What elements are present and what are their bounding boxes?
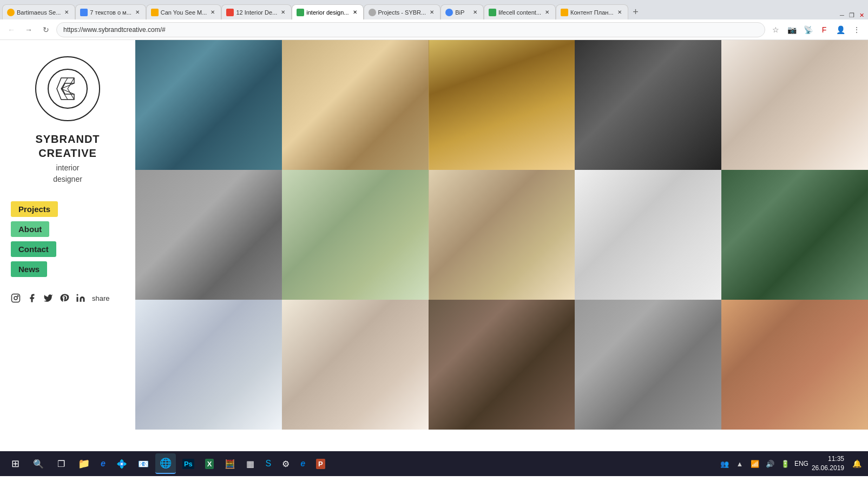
gallery-image-6 bbox=[135, 170, 282, 300]
wifi-icon[interactable]: 📶 bbox=[749, 458, 761, 470]
gallery-image-3 bbox=[429, 40, 575, 170]
gallery-item-10[interactable] bbox=[721, 170, 868, 300]
tab-close-6[interactable]: ✕ bbox=[428, 9, 436, 16]
volume-icon[interactable]: 🔊 bbox=[764, 458, 776, 470]
taskbar-ie[interactable]: e bbox=[96, 453, 110, 474]
svg-point-10 bbox=[17, 295, 18, 296]
tab-close-9[interactable]: ✕ bbox=[616, 9, 623, 16]
back-button[interactable]: ← bbox=[4, 23, 18, 37]
gallery-item-14[interactable] bbox=[575, 300, 721, 430]
taskbar-powerpoint[interactable]: P bbox=[312, 453, 330, 474]
tabs-bar: Bartimaeus Se... ✕ 7 текстов о м... ✕ Ca… bbox=[0, 0, 868, 19]
tab-canyousee[interactable]: Can You See M... ✕ bbox=[146, 4, 222, 19]
tab-kontentplan[interactable]: Контент План... ✕ bbox=[556, 4, 628, 19]
tab-close-3[interactable]: ✕ bbox=[209, 9, 216, 16]
restore-button[interactable]: ❐ bbox=[847, 11, 856, 19]
gallery-item-8[interactable] bbox=[429, 170, 575, 300]
battery-icon[interactable]: 🔋 bbox=[779, 458, 791, 470]
taskbar-outlook[interactable]: 📧 bbox=[134, 453, 153, 474]
taskbar-edge[interactable]: e bbox=[296, 453, 310, 474]
gallery-image-14 bbox=[575, 300, 721, 430]
share-text[interactable]: share bbox=[92, 294, 110, 302]
language-indicator[interactable]: ENG bbox=[794, 460, 808, 467]
address-bar: ← → ↻ ☆ 📷 📡 F 👤 ⋮ bbox=[0, 19, 868, 40]
instagram-icon[interactable] bbox=[11, 293, 21, 303]
tab-7texts[interactable]: 7 текстов о м... ✕ bbox=[75, 4, 146, 19]
gallery-item-13[interactable] bbox=[429, 300, 575, 430]
tab-lifecell[interactable]: lifecell content... ✕ bbox=[484, 4, 556, 19]
search-button[interactable]: 🔍 bbox=[28, 453, 49, 474]
pinterest-icon[interactable] bbox=[60, 293, 69, 303]
clock[interactable]: 11:35 26.06.2019 bbox=[812, 454, 844, 473]
tab-bip[interactable]: BiP ✕ bbox=[440, 4, 484, 19]
notification-button[interactable]: 🔔 bbox=[850, 457, 864, 471]
gallery bbox=[135, 40, 868, 451]
gallery-item-9[interactable] bbox=[575, 170, 721, 300]
tab-projects[interactable]: Projects - SYBR... ✕ bbox=[364, 4, 441, 19]
gallery-item-2[interactable] bbox=[282, 40, 429, 170]
taskbar-app2[interactable]: ▦ bbox=[242, 453, 259, 474]
nav-item-news[interactable]: News bbox=[11, 261, 47, 277]
gallery-item-11[interactable] bbox=[135, 300, 282, 430]
tab-close-1[interactable]: ✕ bbox=[63, 9, 70, 16]
cast-button[interactable]: 📡 bbox=[801, 23, 815, 37]
screenshot-button[interactable]: 📷 bbox=[785, 23, 799, 37]
minimize-button[interactable]: ─ bbox=[838, 11, 846, 19]
tab-close-2[interactable]: ✕ bbox=[134, 9, 141, 16]
taskbar-gear[interactable]: ⚙ bbox=[278, 453, 294, 474]
nav-menu: Projects About Contact News bbox=[11, 201, 124, 277]
twitter-icon[interactable] bbox=[43, 293, 53, 303]
start-button[interactable]: ⊞ bbox=[4, 453, 26, 474]
gallery-item-1[interactable] bbox=[135, 40, 282, 170]
gallery-item-7[interactable] bbox=[282, 170, 429, 300]
brand-name: SYBRANDT CREATIVE bbox=[11, 132, 124, 160]
facebook-icon[interactable] bbox=[27, 293, 37, 303]
logo-circle[interactable] bbox=[35, 56, 100, 121]
taskbar-excel[interactable]: X bbox=[201, 453, 219, 474]
nav-item-about[interactable]: About bbox=[11, 221, 49, 237]
gallery-item-4[interactable] bbox=[575, 40, 721, 170]
taskbar-chrome[interactable]: 🌐 bbox=[155, 453, 176, 474]
gallery-item-3[interactable] bbox=[429, 40, 575, 170]
taskbar-explorer[interactable]: 📁 bbox=[74, 453, 94, 474]
refresh-button[interactable]: ↻ bbox=[39, 23, 53, 37]
nav-item-projects[interactable]: Projects bbox=[11, 201, 58, 217]
expand-tray-button[interactable]: ▲ bbox=[734, 458, 746, 470]
gallery-image-11 bbox=[135, 300, 282, 430]
taskbar-calc[interactable]: 🧮 bbox=[220, 453, 240, 474]
gallery-image-2 bbox=[282, 40, 429, 170]
close-window-button[interactable]: ✕ bbox=[857, 11, 866, 19]
gallery-image-1 bbox=[135, 40, 282, 170]
gallery-item-12[interactable] bbox=[282, 300, 429, 430]
clock-date: 26.06.2019 bbox=[812, 464, 844, 473]
svg-point-9 bbox=[14, 296, 17, 300]
avatar-button[interactable]: 👤 bbox=[833, 23, 847, 37]
tab-close-7[interactable]: ✕ bbox=[471, 9, 479, 16]
new-tab-button[interactable]: + bbox=[628, 4, 643, 19]
gallery-image-4 bbox=[575, 40, 721, 170]
task-view-button[interactable]: ❐ bbox=[51, 453, 71, 474]
linkedin-icon[interactable] bbox=[76, 293, 86, 303]
nav-item-contact[interactable]: Contact bbox=[11, 241, 56, 257]
gallery-item-15[interactable] bbox=[721, 300, 868, 430]
framer-button[interactable]: F bbox=[817, 23, 831, 37]
url-input[interactable] bbox=[56, 22, 765, 37]
gallery-item-5[interactable] bbox=[721, 40, 868, 170]
gallery-image-15 bbox=[721, 300, 868, 430]
taskbar-photoshop[interactable]: Ps bbox=[178, 453, 199, 474]
tab-bartimaeus[interactable]: Bartimaeus Se... ✕ bbox=[2, 4, 75, 19]
tab-close-4[interactable]: ✕ bbox=[279, 9, 287, 16]
taskbar-skype[interactable]: S bbox=[261, 453, 275, 474]
clock-time: 11:35 bbox=[812, 454, 844, 464]
taskbar-settings2[interactable]: 💠 bbox=[112, 453, 131, 474]
tab-close-5[interactable]: ✕ bbox=[351, 9, 359, 16]
tab-close-8[interactable]: ✕ bbox=[543, 9, 551, 16]
forward-button[interactable]: → bbox=[22, 23, 36, 37]
bookmark-star-button[interactable]: ☆ bbox=[768, 23, 782, 37]
gallery-image-9 bbox=[575, 170, 721, 300]
network-icon[interactable]: 👥 bbox=[719, 458, 731, 470]
menu-button[interactable]: ⋮ bbox=[850, 23, 864, 37]
tab-12interior[interactable]: 12 Interior De... ✕ bbox=[221, 4, 292, 19]
gallery-item-6[interactable] bbox=[135, 170, 282, 300]
tab-interiordesign[interactable]: interior design... ✕ bbox=[292, 4, 363, 19]
